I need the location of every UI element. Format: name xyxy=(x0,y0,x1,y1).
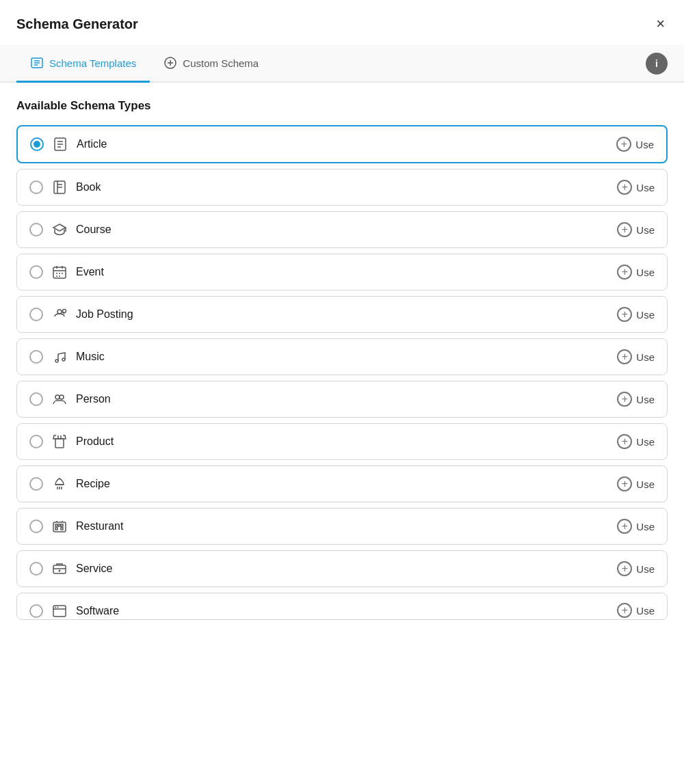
event-icon xyxy=(51,264,68,280)
svg-point-29 xyxy=(55,395,60,399)
schema-item-course[interactable]: Course + Use xyxy=(16,211,668,248)
use-button-person[interactable]: + Use xyxy=(617,392,655,407)
tab-schema-templates-label: Schema Templates xyxy=(49,57,136,69)
schema-item-resturant[interactable]: Resturant + Use xyxy=(16,508,668,545)
use-button-icon-course: + xyxy=(617,222,632,237)
radio-service xyxy=(29,562,43,576)
course-icon xyxy=(51,221,68,238)
schema-name-person: Person xyxy=(76,393,111,405)
service-icon xyxy=(51,560,68,577)
radio-article xyxy=(30,137,44,151)
use-button-icon-article: + xyxy=(616,137,631,152)
schema-item-job-posting[interactable]: Job Posting + Use xyxy=(16,296,668,333)
schema-item-software[interactable]: Software + Use xyxy=(16,593,668,620)
info-button[interactable]: i xyxy=(646,53,668,75)
svg-point-26 xyxy=(63,310,66,313)
modal-header: Schema Generator × xyxy=(0,0,684,45)
tabs-container: Schema Templates Custom Schema i xyxy=(0,45,684,83)
svg-point-41 xyxy=(59,570,61,572)
svg-rect-35 xyxy=(58,524,60,526)
book-icon xyxy=(51,179,68,195)
schema-name-article: Article xyxy=(77,138,107,150)
use-button-service[interactable]: + Use xyxy=(617,561,655,576)
section-title: Available Schema Types xyxy=(16,99,668,113)
schema-item-book[interactable]: Book + Use xyxy=(16,169,668,206)
svg-rect-33 xyxy=(53,522,66,532)
radio-person xyxy=(29,392,43,406)
radio-event xyxy=(29,265,43,279)
svg-rect-37 xyxy=(55,528,57,530)
svg-rect-39 xyxy=(53,565,66,573)
person-icon xyxy=(51,391,68,407)
svg-rect-31 xyxy=(55,439,64,448)
use-button-icon-event: + xyxy=(617,265,632,280)
svg-rect-34 xyxy=(55,524,57,526)
schema-item-recipe[interactable]: Recipe + Use xyxy=(16,465,668,502)
radio-course xyxy=(29,223,43,236)
schema-name-music: Music xyxy=(76,351,105,363)
resturant-icon xyxy=(51,518,68,535)
software-icon xyxy=(51,603,68,619)
schema-item-product[interactable]: Product + Use xyxy=(16,423,668,460)
close-button[interactable]: × xyxy=(653,14,668,34)
use-button-music[interactable]: + Use xyxy=(617,349,655,364)
use-button-article[interactable]: + Use xyxy=(616,137,654,152)
schema-name-course: Course xyxy=(76,224,111,236)
use-button-icon-resturant: + xyxy=(617,519,632,534)
schema-name-job-posting: Job Posting xyxy=(76,308,133,321)
tab-custom-schema-label: Custom Schema xyxy=(183,57,259,69)
product-icon xyxy=(51,433,68,450)
recipe-icon xyxy=(51,476,68,492)
schema-generator-modal: Schema Generator × Schema Templates xyxy=(0,0,684,784)
article-icon xyxy=(52,136,68,152)
use-button-book[interactable]: + Use xyxy=(617,180,655,195)
use-button-software[interactable]: + Use xyxy=(617,603,655,618)
radio-music xyxy=(29,350,43,364)
use-button-recipe[interactable]: + Use xyxy=(617,476,655,491)
radio-book xyxy=(29,180,43,194)
schema-name-software: Software xyxy=(76,605,119,617)
use-button-icon-service: + xyxy=(617,561,632,576)
schema-name-event: Event xyxy=(76,266,104,278)
svg-point-27 xyxy=(55,360,58,362)
schema-item-music[interactable]: Music + Use xyxy=(16,338,668,375)
job-posting-icon xyxy=(51,306,68,323)
use-button-icon-software: + xyxy=(617,603,632,618)
schema-name-recipe: Recipe xyxy=(76,478,110,490)
svg-point-45 xyxy=(57,607,59,608)
radio-resturant xyxy=(29,519,43,533)
svg-rect-36 xyxy=(61,524,63,526)
use-button-course[interactable]: + Use xyxy=(617,222,655,237)
schema-list: Article + Use xyxy=(16,125,668,620)
use-button-icon-music: + xyxy=(617,349,632,364)
tabs-left: Schema Templates Custom Schema xyxy=(16,45,272,81)
main-content: Available Schema Types Article xyxy=(0,83,684,784)
modal-title: Schema Generator xyxy=(16,16,138,32)
custom-schema-icon xyxy=(163,56,177,70)
schema-name-resturant: Resturant xyxy=(76,520,123,532)
music-icon xyxy=(51,349,68,365)
schema-item-event[interactable]: Event + Use xyxy=(16,254,668,290)
use-button-icon-recipe: + xyxy=(617,476,632,491)
schema-name-book: Book xyxy=(76,181,101,193)
svg-point-28 xyxy=(62,358,65,361)
radio-job-posting xyxy=(29,308,43,321)
svg-point-44 xyxy=(55,607,56,608)
radio-software xyxy=(29,604,43,618)
use-button-resturant[interactable]: + Use xyxy=(617,519,655,534)
svg-rect-38 xyxy=(61,528,63,530)
radio-recipe xyxy=(29,477,43,491)
use-button-event[interactable]: + Use xyxy=(617,265,655,280)
use-button-icon-book: + xyxy=(617,180,632,195)
schema-item-article[interactable]: Article + Use xyxy=(16,125,668,163)
use-button-icon-job-posting: + xyxy=(617,307,632,322)
use-button-job-posting[interactable]: + Use xyxy=(617,307,655,322)
svg-point-30 xyxy=(60,395,64,399)
use-button-icon-product: + xyxy=(617,434,632,449)
use-button-product[interactable]: + Use xyxy=(617,434,655,449)
radio-product xyxy=(29,435,43,448)
schema-item-person[interactable]: Person + Use xyxy=(16,381,668,418)
tab-schema-templates[interactable]: Schema Templates xyxy=(16,45,150,83)
tab-custom-schema[interactable]: Custom Schema xyxy=(150,45,272,83)
schema-item-service[interactable]: Service + Use xyxy=(16,550,668,587)
